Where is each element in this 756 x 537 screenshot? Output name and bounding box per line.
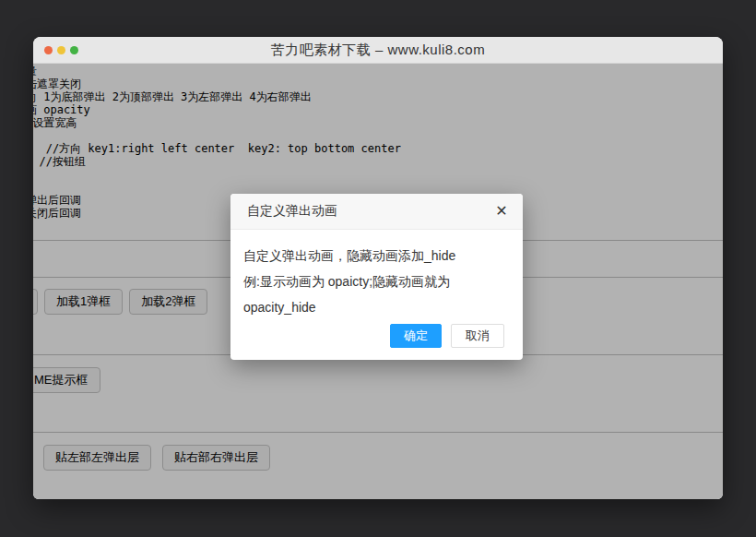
close-icon[interactable]: ✕ bbox=[492, 202, 511, 221]
dialog-title: 自定义弹出动画 bbox=[247, 203, 337, 220]
cancel-button[interactable]: 取消 bbox=[451, 324, 504, 348]
window-title: 苦力吧素材下载 – www.kuli8.com bbox=[33, 42, 723, 59]
dialog-body: 自定义弹出动画，隐藏动画添加_hide 例:显示动画为 opaicty;隐藏动画… bbox=[230, 230, 523, 320]
ok-button[interactable]: 确定 bbox=[390, 324, 442, 348]
dialog-text-line2: 例:显示动画为 opaicty;隐藏动画就为 opacity_hide bbox=[243, 268, 510, 320]
title-bar: 苦力吧素材下载 – www.kuli8.com bbox=[33, 37, 723, 64]
dialog-text-line1: 自定义弹出动画，隐藏动画添加_hide bbox=[243, 243, 510, 268]
dialog-footer: 确定 取消 bbox=[390, 324, 504, 348]
browser-window: 苦力吧素材下载 – www.kuli8.com 量 击遮罩关闭 向 1为底部弹出… bbox=[33, 37, 723, 499]
page-content: 量 击遮罩关闭 向 1为底部弹出 2为顶部弹出 3为左部弹出 4为右部弹出 画 … bbox=[33, 64, 723, 499]
custom-animation-dialog: 自定义弹出动画 ✕ 自定义弹出动画，隐藏动画添加_hide 例:显示动画为 op… bbox=[230, 194, 523, 360]
dialog-header: 自定义弹出动画 ✕ bbox=[230, 194, 523, 230]
